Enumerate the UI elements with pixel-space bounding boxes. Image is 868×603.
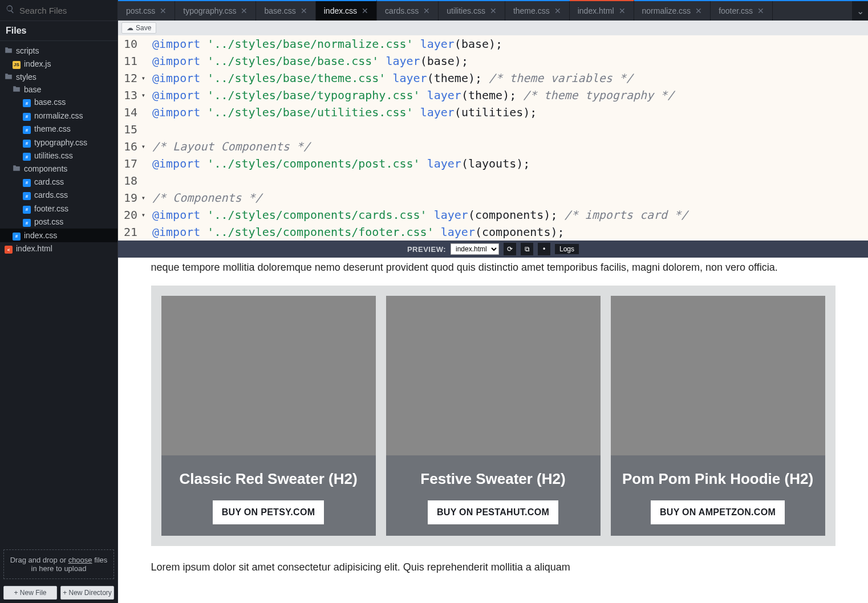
search-input[interactable] [19, 6, 128, 15]
editor-toolbar: ☁ Save [118, 21, 868, 35]
css-icon: # [23, 97, 31, 108]
popout-icon[interactable]: ⧉ [521, 243, 533, 255]
logs-button[interactable]: Logs [555, 244, 579, 254]
close-icon[interactable]: ✕ [619, 6, 626, 15]
tree-item-cards-css[interactable]: #cards.css [0, 189, 117, 202]
tab-index-css[interactable]: index.css✕ [316, 0, 377, 21]
tree-item-label: normalize.css [34, 111, 83, 120]
css-icon: # [13, 230, 21, 241]
close-icon[interactable]: ✕ [490, 6, 497, 15]
tab-footer-css[interactable]: footer.css✕ [711, 1, 773, 21]
tab-base-css[interactable]: base.css✕ [256, 1, 315, 21]
close-icon[interactable]: ✕ [241, 6, 248, 15]
tab-theme-css[interactable]: theme.css✕ [505, 1, 570, 21]
refresh-icon[interactable]: ⟳ [504, 243, 516, 255]
buy-button[interactable]: BUY ON PESTAHUT.COM [428, 500, 558, 524]
tree-item-label: index.html [16, 244, 52, 253]
close-icon[interactable]: ✕ [160, 6, 167, 15]
code-editor[interactable]: 101112131415161718192021 @import '../sty… [118, 35, 868, 241]
tree-item-label: utilities.css [34, 151, 73, 160]
tree-item-base-css[interactable]: #base.css [0, 96, 117, 109]
code-line[interactable]: @import '../styles/components/cards.css'… [152, 206, 868, 223]
code-line[interactable]: /* Layout Components */ [152, 138, 868, 155]
drop-zone[interactable]: Drag and drop or choose files in here to… [3, 549, 114, 579]
code-line[interactable]: @import '../styles/components/footer.css… [152, 223, 868, 241]
product-image [386, 296, 601, 455]
tab-label: index.html [578, 6, 614, 15]
preview-pane[interactable]: neque tempore mollitia doloremque nemo d… [118, 258, 868, 603]
code-line[interactable] [152, 172, 868, 189]
tab-cards-css[interactable]: cards.css✕ [377, 1, 439, 21]
tree-item-post-css[interactable]: #post.css [0, 215, 117, 229]
file-tree: scriptsJSindex.jsstylesbase#base.css#nor… [0, 41, 117, 546]
tab-index-html[interactable]: index.html✕ [570, 0, 634, 21]
tab-post-css[interactable]: post.css✕ [118, 1, 175, 21]
tab-overflow-icon[interactable]: ⌄ [852, 1, 868, 21]
js-icon: JS [13, 59, 21, 69]
tree-item-scripts[interactable]: scripts [0, 44, 117, 57]
line-number: 14 [118, 104, 145, 121]
code-line[interactable]: /* Components */ [152, 189, 868, 206]
close-icon[interactable]: ✕ [554, 6, 561, 15]
code-line[interactable]: @import '../styles/components/post.css' … [152, 155, 868, 172]
dot-icon[interactable]: • [538, 243, 550, 255]
tab-label: typography.css [183, 6, 236, 15]
files-header: Files [0, 21, 117, 41]
product-card: Classic Red Sweater (H2)BUY ON PETSY.COM [161, 296, 376, 536]
tree-item-index-js[interactable]: JSindex.js [0, 57, 117, 71]
tree-item-label: card.css [34, 177, 64, 186]
editor-gutter: 101112131415161718192021 [118, 35, 149, 241]
close-icon[interactable]: ✕ [362, 6, 368, 15]
buy-button[interactable]: BUY ON AMPETZON.COM [651, 500, 785, 524]
preview-file-select[interactable]: index.html [451, 243, 499, 255]
close-icon[interactable]: ✕ [423, 6, 430, 15]
close-icon[interactable]: ✕ [695, 6, 702, 15]
folder-icon [13, 85, 21, 94]
tree-item-index-css[interactable]: #index.css [0, 229, 117, 242]
code-line[interactable] [152, 121, 868, 138]
tree-item-base[interactable]: base [0, 83, 117, 96]
product-image [611, 296, 825, 455]
product-image [161, 296, 376, 455]
css-icon: # [23, 190, 31, 201]
product-title: Pom Pom Pink Hoodie (H2) [622, 468, 813, 490]
code-line[interactable]: @import '../styles/base/theme.css' layer… [152, 70, 868, 87]
tree-item-typography-css[interactable]: #typography.css [0, 136, 117, 149]
line-number: 12 [118, 70, 145, 87]
tab-typography-css[interactable]: typography.css✕ [175, 1, 256, 21]
code-line[interactable]: @import '../styles/base/normalize.css' l… [152, 35, 868, 52]
close-icon[interactable]: ✕ [301, 6, 307, 15]
bottom-buttons: + New File + New Directory [0, 582, 117, 603]
line-number: 20 [118, 206, 145, 223]
tree-item-styles[interactable]: styles [0, 71, 117, 83]
close-icon[interactable]: ✕ [757, 6, 764, 15]
choose-link[interactable]: choose [68, 556, 92, 564]
tree-item-label: index.js [24, 59, 51, 68]
css-icon: # [23, 151, 31, 161]
code-line[interactable]: @import '../styles/base/utilities.css' l… [152, 104, 868, 121]
preview-bar: PREVIEW: index.html ⟳ ⧉ • Logs [118, 241, 868, 258]
tree-item-utilities-css[interactable]: #utilities.css [0, 149, 117, 163]
code-line[interactable]: @import '../styles/base/base.css' layer(… [152, 52, 868, 70]
css-icon: # [23, 217, 31, 227]
folder-icon [13, 164, 21, 173]
tab-label: footer.css [719, 6, 753, 15]
tab-normalize-css[interactable]: normalize.css✕ [634, 1, 711, 21]
tree-item-footer-css[interactable]: #footer.css [0, 202, 117, 215]
new-file-button[interactable]: + New File [3, 586, 57, 600]
folder-icon [5, 72, 13, 82]
editor-code[interactable]: @import '../styles/base/normalize.css' l… [149, 35, 868, 241]
tab-utilities-css[interactable]: utilities.css✕ [439, 1, 505, 21]
tree-item-theme-css[interactable]: #theme.css [0, 123, 117, 136]
tree-item-components[interactable]: components [0, 162, 117, 175]
tree-item-normalize-css[interactable]: #normalize.css [0, 109, 117, 123]
save-button[interactable]: ☁ Save [121, 22, 156, 34]
tree-item-label: cards.css [34, 190, 68, 199]
buy-button[interactable]: BUY ON PETSY.COM [213, 500, 325, 524]
line-number: 21 [118, 223, 145, 241]
new-directory-button[interactable]: + New Directory [60, 586, 114, 600]
tree-item-card-css[interactable]: #card.css [0, 175, 117, 189]
code-line[interactable]: @import '../styles/base/typography.css' … [152, 87, 868, 104]
search-icon [6, 5, 15, 16]
tree-item-index-html[interactable]: <index.html [0, 242, 117, 256]
